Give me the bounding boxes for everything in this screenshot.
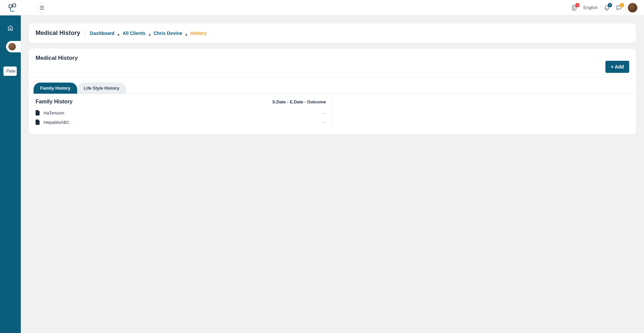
empty-right-column [333,99,630,127]
patient-avatar-icon [8,43,16,50]
svg-rect-2 [40,6,44,6]
svg-rect-4 [40,9,44,9]
svg-rect-3 [40,7,44,8]
sidebar: Patie [0,15,21,149]
divider [85,30,85,36]
home-icon [7,25,13,31]
crumb-dashboard[interactable]: Dashboard [90,31,114,36]
hamburger-icon [40,6,44,10]
chevron-right-icon [117,32,120,35]
messages-badge: 0 [620,3,624,7]
history-item-name: HepatitisABC [44,120,69,125]
documents-badge: 0 [575,3,580,7]
svg-rect-0 [9,5,12,8]
tab-lifestyle-history[interactable]: Life Style History [77,83,126,94]
medical-history-card: Medical History + Add Family History Lif… [29,49,636,134]
history-row: HepatitisABC - - [36,117,326,127]
app-logo [8,3,17,12]
crumb-current: History [190,31,206,36]
section-title: Medical History [36,55,78,61]
document-icon [36,110,40,115]
sidebar-item-patients[interactable] [6,41,21,52]
chevron-right-icon [185,32,188,35]
breadcrumbs: Dashboard All Clients Chris Devine Histo… [90,31,206,36]
document-icon [36,120,40,125]
sidebar-tooltip: Patie [3,66,17,76]
language-selector[interactable]: English [583,5,598,10]
chevron-right-icon [148,32,151,35]
documents-button[interactable]: 0 [571,5,577,11]
user-avatar[interactable] [628,3,637,12]
history-body: Family History S.Date - E.Date - Outcome… [29,94,636,134]
history-item-name: HaTension [44,110,64,115]
crumb-all-clients[interactable]: All Clients [122,31,145,36]
breadcrumb-card: Medical History Dashboard All Clients Ch… [29,23,636,43]
tab-family-history[interactable]: Family History [34,83,77,94]
topbar-right: 0 English 7 0 [571,3,637,12]
menu-toggle-button[interactable] [37,3,47,13]
add-button[interactable]: + Add [605,61,629,73]
tabs-container: Family History Life Style History [29,78,636,94]
column-header: S.Date - E.Date - Outcome [272,99,326,104]
crumb-client[interactable]: Chris Devine [154,31,183,36]
notifications-button[interactable]: 7 [604,5,610,11]
history-item-value: - - [322,120,326,125]
svg-rect-1 [13,4,16,7]
sidebar-item-home[interactable] [5,22,16,34]
messages-button[interactable]: 0 [616,5,622,11]
history-row: HaTension - - [36,108,326,117]
family-history-title: Family History [36,99,72,105]
page-title: Medical History [36,30,80,37]
family-history-column: Family History S.Date - E.Date - Outcome… [36,99,333,127]
section-header: Medical History + Add [29,49,636,78]
notifications-badge: 7 [608,3,612,7]
topbar: 0 English 7 0 [0,0,644,15]
main-content: Medical History Dashboard All Clients Ch… [21,15,644,149]
history-item-value: - - [322,110,326,115]
